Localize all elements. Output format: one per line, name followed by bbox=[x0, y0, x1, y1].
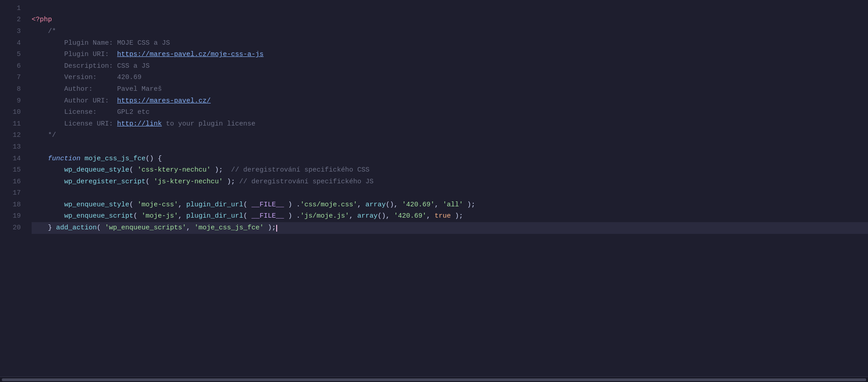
token-add-action-func: add_action bbox=[56, 223, 97, 233]
token-indent bbox=[32, 154, 48, 164]
token-aa-callback: 'moje_css_js_fce' bbox=[194, 223, 264, 233]
code-line-20: } add_action ( 'wp_enqueue_scripts' , 'm… bbox=[32, 222, 868, 234]
code-line-5: Plugin URI: https://mares-pavel.cz/moje-… bbox=[32, 49, 868, 61]
token-indent bbox=[32, 177, 64, 187]
token-dequeue-arg: 'css-ktery-nechcu' bbox=[137, 165, 211, 176]
token-indent bbox=[32, 26, 48, 37]
code-line-17 bbox=[32, 188, 868, 200]
token-esc-true: true bbox=[434, 211, 451, 222]
line-num-10: 10 bbox=[6, 107, 21, 118]
code-line-19: wp_enqueue_script ( 'moje-js' , plugin_d… bbox=[32, 211, 868, 223]
token-version: Version: 420.69 bbox=[64, 72, 142, 83]
token-dequeue-paren: ( bbox=[129, 165, 137, 176]
code-line-12: */ bbox=[32, 130, 868, 142]
code-line-14: function moje_css_js_fce () { bbox=[32, 153, 868, 165]
token-plugin-uri-label: Plugin URI: bbox=[64, 49, 117, 60]
token-license-uri-value: http://link bbox=[117, 119, 162, 130]
line-num-3: 3 bbox=[6, 26, 21, 37]
token-deregister-func: wp_deregister_script bbox=[64, 177, 146, 187]
token-deregister-close: ); bbox=[223, 177, 235, 187]
line-num-16: 16 bbox=[6, 176, 21, 188]
token-comment-open: /* bbox=[48, 26, 56, 37]
token-indent bbox=[32, 96, 64, 107]
token-indent bbox=[32, 107, 64, 118]
token-esc-comma2: , bbox=[349, 211, 357, 222]
token-es-version: '420.69' bbox=[402, 200, 434, 210]
token-dequeue-comment: // deregistrování specifického CSS bbox=[223, 165, 369, 176]
line-num-1: 1 bbox=[6, 3, 21, 14]
scrollbar-track[interactable] bbox=[2, 378, 866, 381]
token-esc-comma1: , bbox=[178, 211, 186, 222]
token-es-media: 'all' bbox=[443, 200, 463, 210]
token-es-comma2: , bbox=[357, 200, 365, 210]
token-description: Description: CSS a JS bbox=[64, 61, 150, 72]
token-plugin-name: Plugin Name: MOJE CSS a JS bbox=[64, 38, 170, 49]
scrollbar-area bbox=[0, 377, 868, 382]
token-es-p1: ( bbox=[129, 200, 137, 210]
token-dequeue-func: wp_dequeue_style bbox=[64, 165, 129, 176]
line-num-20: 20 bbox=[6, 222, 21, 234]
token-license-uri-label: License URI: bbox=[64, 119, 117, 130]
token-es-p2: ( bbox=[243, 200, 251, 210]
line-num-5: 5 bbox=[6, 49, 21, 61]
code-line-4: Plugin Name: MOJE CSS a JS bbox=[32, 37, 868, 49]
token-comment-close: */ bbox=[48, 130, 56, 141]
line-numbers: 1 2 3 4 5 6 7 8 9 10 11 12 13 14 15 16 1… bbox=[0, 3, 27, 377]
token-esc-array-call: (), bbox=[377, 211, 394, 222]
code-editor: 1 2 3 4 5 6 7 8 9 10 11 12 13 14 15 16 1… bbox=[0, 0, 868, 382]
token-es-array-call: (), bbox=[386, 200, 402, 210]
token-aa-hook: 'wp_enqueue_scripts' bbox=[105, 223, 186, 233]
code-line-9: Author URI: https://mares-pavel.cz/ bbox=[32, 95, 868, 107]
token-indent bbox=[32, 84, 64, 95]
token-function-keyword: function bbox=[48, 154, 80, 164]
token-esc-p3: ) . bbox=[284, 211, 300, 222]
line-num-13: 13 bbox=[6, 141, 21, 153]
token-php-open: <?php bbox=[32, 14, 52, 25]
token-es-array: array bbox=[365, 200, 386, 210]
token-esc-comma3: , bbox=[426, 211, 434, 222]
token-es-comma3: , bbox=[434, 200, 443, 210]
token-es-dirurl: plugin_dir_url bbox=[186, 200, 243, 210]
token-es-file: __FILE__ bbox=[251, 200, 284, 210]
code-content[interactable]: <?php /* Plugin Name: MOJE CSS a JS Plug… bbox=[27, 3, 868, 377]
token-deregister-comment: // deregistrování specifického JS bbox=[235, 177, 373, 187]
token-esc-array: array bbox=[357, 211, 377, 222]
token-license: License: GPL2 etc bbox=[64, 107, 150, 118]
scrollbar-thumb bbox=[2, 378, 866, 381]
code-line-16: wp_deregister_script ( 'js-ktery-nechcu'… bbox=[32, 176, 868, 188]
token-esc-p2: ( bbox=[243, 211, 251, 222]
line-num-17: 17 bbox=[6, 188, 21, 200]
line-num-12: 12 bbox=[6, 130, 21, 142]
code-line-15: wp_dequeue_style ( 'css-ktery-nechcu' );… bbox=[32, 164, 868, 176]
token-indent bbox=[32, 130, 48, 141]
token-closing-brace: } bbox=[48, 223, 56, 233]
line-num-4: 4 bbox=[6, 37, 21, 49]
token-esc-dirurl: plugin_dir_url bbox=[186, 211, 243, 222]
code-line-10: License: GPL2 etc bbox=[32, 107, 868, 118]
token-es-handle: 'moje-css' bbox=[137, 200, 178, 210]
token-indent bbox=[32, 49, 64, 60]
token-func-name: moje_css_js_fce bbox=[85, 154, 146, 164]
token-es-p3: ) . bbox=[284, 200, 300, 210]
token-indent bbox=[32, 165, 64, 176]
code-line-6: Description: CSS a JS bbox=[32, 61, 868, 72]
token-func-open: () { bbox=[146, 154, 162, 164]
token-indent bbox=[32, 38, 64, 49]
token-enqueue-style-func: wp_enqueue_style bbox=[64, 200, 129, 210]
line-num-19: 19 bbox=[6, 211, 21, 223]
line-num-6: 6 bbox=[6, 61, 21, 72]
token-author-uri-label: Author URI: bbox=[64, 96, 117, 107]
token-deregister-arg: 'js-ktery-nechcu' bbox=[154, 177, 223, 187]
token-indent bbox=[32, 211, 64, 222]
line-num-8: 8 bbox=[6, 84, 21, 95]
token-indent bbox=[32, 72, 64, 83]
text-cursor bbox=[276, 225, 277, 232]
token-aa-comma: , bbox=[186, 223, 194, 233]
code-line-8: Author: Pavel Mareš bbox=[32, 84, 868, 95]
token-enqueue-script-func: wp_enqueue_script bbox=[64, 211, 133, 222]
token-author: Author: Pavel Mareš bbox=[64, 84, 162, 95]
line-num-9: 9 bbox=[6, 95, 21, 107]
token-indent bbox=[32, 200, 64, 210]
token-esc-version: '420.69' bbox=[394, 211, 426, 222]
line-num-7: 7 bbox=[6, 72, 21, 84]
